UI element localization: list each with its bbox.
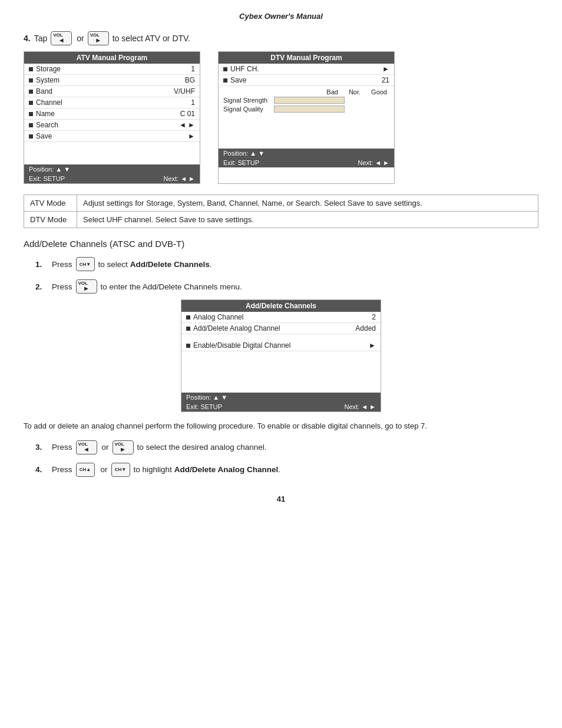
ch-down-button[interactable]: CH▼ bbox=[76, 257, 95, 271]
step4-number: 4. bbox=[24, 34, 31, 43]
step2-item: 2. Press VOL ► to enter the Add/Delete C… bbox=[35, 279, 538, 294]
step4b-or: or bbox=[101, 465, 108, 474]
atv-save-bullet bbox=[29, 134, 33, 139]
menu-tables-container: ATV Manual Program Storage 1 System BG B… bbox=[24, 51, 538, 184]
atv-system-value: BG bbox=[185, 76, 195, 84]
vol-left-label3: VOL bbox=[78, 442, 88, 447]
atv-name-bullet bbox=[29, 112, 33, 116]
dtv-menu-title: DTV Manual Program bbox=[219, 52, 394, 64]
step1-bold-text: Add/Delete Channels bbox=[130, 260, 210, 269]
atv-search-row: Search ◄ ► bbox=[24, 120, 200, 131]
dtv-footer-exit: Exit: SETUP Next: ◄ ► bbox=[219, 158, 394, 167]
atv-footer-exit: Exit: SETUP Next: ◄ ► bbox=[24, 174, 200, 183]
step2-number: 2. bbox=[35, 282, 47, 291]
atv-next-label: Next: ◄ ► bbox=[163, 175, 195, 182]
section-heading: Add/Delete Channels (ATSC and DVB-T) bbox=[24, 239, 538, 249]
vol-left-button3[interactable]: VOL ◄ bbox=[76, 440, 97, 454]
info-atv-desc: Adjust settings for Storage, System, Ban… bbox=[77, 195, 538, 212]
vol-left-button[interactable]: VOL ◄ bbox=[51, 31, 72, 45]
dtv-save-label: Save bbox=[230, 76, 246, 84]
step1-item: 1. Press CH▼ to select Add/Delete Channe… bbox=[35, 257, 538, 271]
enable-disable-digital-row: Enable/Disable Digital Channel ► bbox=[181, 340, 381, 351]
signal-quality-row: Signal Quality bbox=[223, 106, 389, 113]
enable-disable-label: Enable/Disable Digital Channel bbox=[193, 341, 290, 350]
step4-after-text: to select ATV or DTV. bbox=[113, 34, 190, 43]
atv-name-label: Name bbox=[36, 110, 55, 118]
paragraph-text: To add or delete an analog channel perfo… bbox=[24, 420, 538, 432]
atv-channel-label: Channel bbox=[36, 98, 62, 107]
signal-label-good: Good bbox=[371, 88, 387, 95]
step4b-number: 4. bbox=[35, 465, 47, 474]
step4-tap-text: Tap bbox=[34, 34, 48, 43]
atv-search-label: Search bbox=[36, 121, 58, 129]
step1-period: . bbox=[210, 260, 212, 269]
dtv-uhf-row: UHF CH. ► bbox=[219, 64, 394, 75]
page-header: Cybex Owner's Manual bbox=[24, 12, 538, 21]
vol-right-button[interactable]: VOL ► bbox=[88, 31, 109, 45]
step4b-item: 4. Press CH▲ or CH▼ to highlight Add/Del… bbox=[35, 463, 538, 477]
atv-system-label: System bbox=[36, 76, 59, 84]
step1-text-after: to select bbox=[98, 260, 128, 269]
page-number: 41 bbox=[24, 495, 538, 503]
dtv-uhf-bullet bbox=[223, 67, 227, 71]
info-table: ATV Mode Adjust settings for Storage, Sy… bbox=[24, 195, 538, 228]
atv-band-value: V/UHF bbox=[174, 87, 195, 95]
atv-save-row: Save ► bbox=[24, 131, 200, 142]
step4b-text-after: to highlight bbox=[134, 465, 172, 474]
step2-text-before: Press bbox=[52, 282, 72, 291]
add-delete-menu-box: Add/Delete Channels Analog Channel 2 Add… bbox=[181, 299, 381, 412]
enable-disable-value: ► bbox=[369, 341, 376, 350]
signal-quality-bar bbox=[274, 106, 345, 113]
step1-text-before: Press bbox=[52, 260, 72, 269]
add-delete-analog-label: Add/Delete Analog Channel bbox=[193, 324, 280, 332]
atv-storage-row: Storage 1 bbox=[24, 64, 200, 75]
atv-menu-title: ATV Manual Program bbox=[24, 52, 200, 64]
vol-left-label: VOL bbox=[53, 32, 62, 38]
vol-right-label2: VOL bbox=[78, 281, 88, 286]
atv-footer-position: Position: ▲ ▼ bbox=[24, 164, 200, 174]
step3-text-after: to select the desired analog channel. bbox=[137, 443, 267, 452]
atv-storage-value: 1 bbox=[191, 65, 195, 73]
add-delete-footer-exit: Exit: SETUP Next: ◄ ► bbox=[181, 402, 381, 411]
info-atv-row: ATV Mode Adjust settings for Storage, Sy… bbox=[24, 195, 538, 212]
dtv-save-bullet bbox=[223, 78, 227, 83]
add-delete-analog-value: Added bbox=[355, 324, 376, 332]
ch-down-label2: CH▼ bbox=[115, 467, 126, 472]
info-dtv-mode: DTV Mode bbox=[24, 212, 77, 228]
dtv-footer-position: Position: ▲ ▼ bbox=[219, 149, 394, 158]
atv-storage-label: Storage bbox=[36, 65, 61, 73]
atv-band-bullet bbox=[29, 90, 33, 94]
step2-text-after: to enter the Add/Delete Channels menu. bbox=[101, 282, 242, 291]
step4b-bold: Add/Delete Analog Channel bbox=[174, 465, 279, 474]
signal-strength-row: Signal Strength bbox=[223, 97, 389, 104]
atv-search-value: ◄ ► bbox=[179, 121, 195, 129]
step3-item: 3. Press VOL ◄ or VOL ► to select the de… bbox=[35, 440, 538, 454]
ch-up-button[interactable]: CH▲ bbox=[76, 463, 95, 477]
atv-system-row: System BG bbox=[24, 75, 200, 86]
atv-channel-row: Channel 1 bbox=[24, 97, 200, 108]
analog-channel-label: Analog Channel bbox=[193, 313, 243, 321]
add-delete-footer-position: Position: ▲ ▼ bbox=[181, 393, 381, 402]
add-delete-menu-container: Add/Delete Channels Analog Channel 2 Add… bbox=[24, 299, 538, 412]
vol-right-button2[interactable]: VOL ► bbox=[76, 279, 97, 294]
ch-down-button2[interactable]: CH▼ bbox=[111, 463, 130, 477]
atv-system-bullet bbox=[29, 78, 33, 83]
step-4-row: 4. Tap VOL ◄ or VOL ► to select ATV or D… bbox=[24, 31, 538, 45]
step4b-period: . bbox=[278, 465, 280, 474]
step3-number: 3. bbox=[35, 443, 47, 452]
atv-exit-label: Exit: SETUP bbox=[29, 175, 65, 182]
dtv-menu-box: DTV Manual Program UHF CH. ► Save 21 Bad… bbox=[218, 51, 395, 184]
signal-strength-bar bbox=[274, 97, 345, 104]
atv-save-value: ► bbox=[188, 132, 195, 140]
step4b-text-before: Press bbox=[52, 465, 72, 474]
signal-label-bad: Bad bbox=[326, 88, 338, 95]
dtv-save-row: Save 21 bbox=[219, 75, 394, 86]
add-delete-next-label: Next: ◄ ► bbox=[344, 403, 376, 410]
signal-quality-label: Signal Quality bbox=[223, 106, 270, 113]
analog-channel-bullet bbox=[186, 315, 190, 319]
atv-search-bullet bbox=[29, 123, 33, 127]
step1-number: 1. bbox=[35, 260, 47, 269]
atv-storage-bullet bbox=[29, 67, 33, 71]
dtv-uhf-label: UHF CH. bbox=[230, 65, 259, 73]
vol-right-button3[interactable]: VOL ► bbox=[113, 440, 134, 454]
